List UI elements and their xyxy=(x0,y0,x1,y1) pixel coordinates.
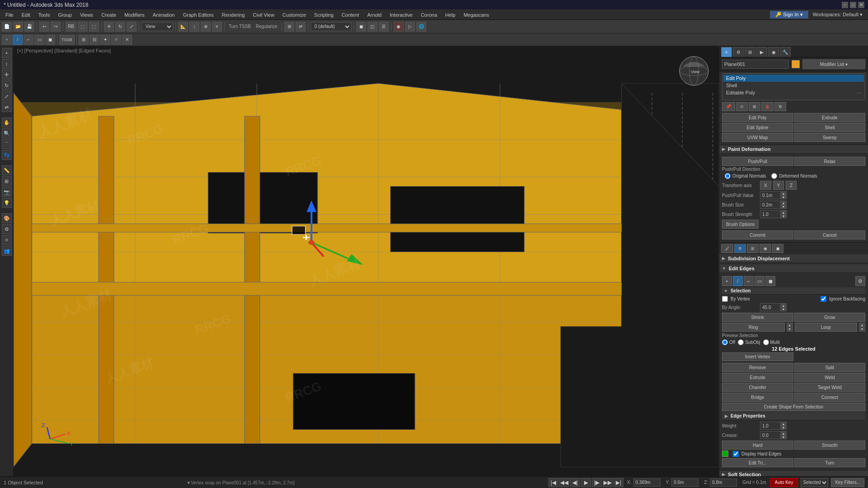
render-scene-btn[interactable]: ◉ xyxy=(394,22,404,32)
x-coord-input[interactable] xyxy=(633,479,660,487)
redo-button[interactable]: ↪ xyxy=(51,22,61,32)
t2-misc4[interactable]: ✧ xyxy=(111,35,121,45)
lt-move[interactable]: ✛ xyxy=(2,70,12,80)
lt-material[interactable]: 🎨 xyxy=(2,213,12,223)
weight-input[interactable] xyxy=(760,422,780,430)
new-button[interactable]: 📄 xyxy=(2,22,12,32)
next-key-btn[interactable]: |▶ xyxy=(592,478,602,487)
lt-mirror[interactable]: ⇌ xyxy=(2,102,12,112)
sub-tab-4[interactable]: ◉ xyxy=(760,244,771,253)
render-env-btn[interactable]: 🌐 xyxy=(416,22,426,32)
chamfer-btn[interactable]: Chamfer xyxy=(722,383,793,392)
menu-arnold[interactable]: Arnold xyxy=(363,11,385,19)
by-angle-down[interactable]: ▼ xyxy=(781,307,786,311)
key-start-btn[interactable]: |◀ xyxy=(548,478,558,487)
tab-utilities[interactable]: 🔧 xyxy=(780,47,791,57)
render-quick-btn[interactable]: ▷ xyxy=(405,22,415,32)
lt-modifier[interactable]: ⚙ xyxy=(2,224,12,234)
selection-subsection-header[interactable]: ▼ Selection xyxy=(722,287,865,295)
menu-civil-view[interactable]: Civil View xyxy=(249,11,278,19)
shrink-btn[interactable]: Shrink xyxy=(722,313,793,322)
ring-up[interactable]: ▲ xyxy=(787,323,793,327)
workspace-dropdown[interactable]: Workspaces: Default ▾ xyxy=(809,11,866,19)
stack-remove-btn[interactable]: 🗑 xyxy=(761,102,774,111)
weight-down[interactable]: ▼ xyxy=(781,426,786,429)
stack-pin-btn[interactable]: 📌 xyxy=(722,102,735,111)
radio-deformed-normals[interactable]: Deformed Normals xyxy=(771,173,817,179)
lt-light[interactable]: 💡 xyxy=(2,198,12,208)
menu-rendering[interactable]: Rendering xyxy=(218,11,249,19)
sub-obj-edge[interactable]: / xyxy=(13,35,23,45)
modifier-editable-poly[interactable]: Editable Poly ⋯ xyxy=(723,89,864,96)
by-vertex-checkbox[interactable] xyxy=(722,296,728,302)
commit-btn[interactable]: Commit xyxy=(722,230,793,239)
shell-quick-btn[interactable]: Shell xyxy=(794,123,866,132)
hard-edges-color-swatch[interactable] xyxy=(722,450,728,457)
soft-selection-header[interactable]: ▶ Soft Selection xyxy=(719,470,868,476)
layer3-btn[interactable]: ☰ xyxy=(379,22,389,32)
brush-strength-input[interactable] xyxy=(760,210,780,218)
object-name-input[interactable] xyxy=(722,60,789,69)
preview-off-radio[interactable]: Off xyxy=(722,339,735,345)
lt-arc[interactable]: ⌒ xyxy=(2,139,12,149)
sub-obj-element[interactable]: ◼ xyxy=(45,35,55,45)
snap2[interactable]: ⟊ xyxy=(189,22,199,32)
move-button[interactable]: ✛ xyxy=(104,22,114,32)
bridge-btn[interactable]: Bridge xyxy=(722,393,793,402)
sub-obj-border[interactable]: ⌐ xyxy=(24,35,33,45)
tab-hierarchy[interactable]: ⊞ xyxy=(745,47,755,57)
prev-frame-btn[interactable]: ◀◀ xyxy=(559,478,569,487)
crease-down[interactable]: ▼ xyxy=(781,435,786,439)
tab-modify[interactable]: ⚙ xyxy=(733,47,744,57)
snap3[interactable]: ⊕ xyxy=(201,22,211,32)
edit-poly-btn[interactable]: Edit Poly xyxy=(722,113,793,122)
axis-y-btn[interactable]: Y xyxy=(773,181,784,190)
preview-subobj-radio[interactable]: SubObj xyxy=(738,339,760,345)
selected-dropdown[interactable]: Selected All xyxy=(801,478,828,487)
modifier-edit-poly[interactable]: Edit Poly xyxy=(723,75,864,82)
modifier-shell[interactable]: Shell xyxy=(723,82,864,89)
snap4[interactable]: ≡ xyxy=(212,22,222,32)
connect-btn[interactable]: Connect xyxy=(794,393,866,402)
weld-btn[interactable]: Weld xyxy=(794,373,866,382)
create-shape-btn[interactable]: Create Shape From Selection xyxy=(722,403,865,411)
settings-btn[interactable]: ⚙ xyxy=(855,276,865,286)
mirror-button[interactable]: ⇌ xyxy=(296,22,306,32)
view-select[interactable]: View Screen World xyxy=(142,22,173,31)
t2-misc3[interactable]: ✦ xyxy=(100,35,110,45)
menu-content[interactable]: Content xyxy=(338,11,363,19)
lt-walk[interactable]: 👣 xyxy=(2,150,12,160)
select-obj-button[interactable]: RB xyxy=(66,22,76,32)
layer2-btn[interactable]: ◫ xyxy=(368,22,377,32)
brush-size-down[interactable]: ▼ xyxy=(781,205,786,208)
menu-group[interactable]: Group xyxy=(54,11,75,19)
crease-input[interactable] xyxy=(760,431,780,439)
border-mode-btn[interactable]: ⌐ xyxy=(744,276,754,286)
menu-tools[interactable]: Tools xyxy=(35,11,54,19)
sub-tab-2[interactable]: ⚙ xyxy=(734,244,746,253)
loop-btn[interactable]: Loop xyxy=(795,323,858,332)
play-btn[interactable]: ▶ xyxy=(581,478,591,487)
loop-up[interactable]: ▲ xyxy=(859,323,865,327)
menu-help[interactable]: Help xyxy=(442,11,459,19)
tab-motion[interactable]: ▶ xyxy=(756,47,767,57)
target-weld-btn[interactable]: Target Weld xyxy=(794,383,866,392)
extrude-btn2[interactable]: Extrude xyxy=(722,373,793,382)
menu-megascans[interactable]: Megascans xyxy=(460,11,492,19)
sub-tab-3[interactable]: ⊞ xyxy=(747,244,759,253)
by-angle-input[interactable] xyxy=(760,303,780,311)
loop-down[interactable]: ▼ xyxy=(859,327,865,331)
lt-select[interactable]: ↕ xyxy=(2,59,12,69)
sub-tab-1[interactable]: 🖊 xyxy=(721,244,733,253)
tssb-btn2[interactable]: TSSB xyxy=(59,35,75,45)
menu-graph-editors[interactable]: Graph Editors xyxy=(179,11,217,19)
extrude-btn[interactable]: Extrude xyxy=(794,113,866,122)
edit-edges-header[interactable]: ▼ Edit Edges xyxy=(719,264,868,273)
subdivision-displacement-header[interactable]: ▶ Subdivision Displacement xyxy=(719,254,868,263)
paint-deformation-header[interactable]: ▶ Paint Deformation xyxy=(719,145,868,154)
split-btn[interactable]: Split xyxy=(794,363,866,372)
menu-modifiers[interactable]: Modifiers xyxy=(121,11,148,19)
lt-create[interactable]: + xyxy=(2,48,12,58)
lt-pan[interactable]: ✋ xyxy=(2,117,12,127)
select-btn[interactable]: ⬚ xyxy=(78,22,88,32)
